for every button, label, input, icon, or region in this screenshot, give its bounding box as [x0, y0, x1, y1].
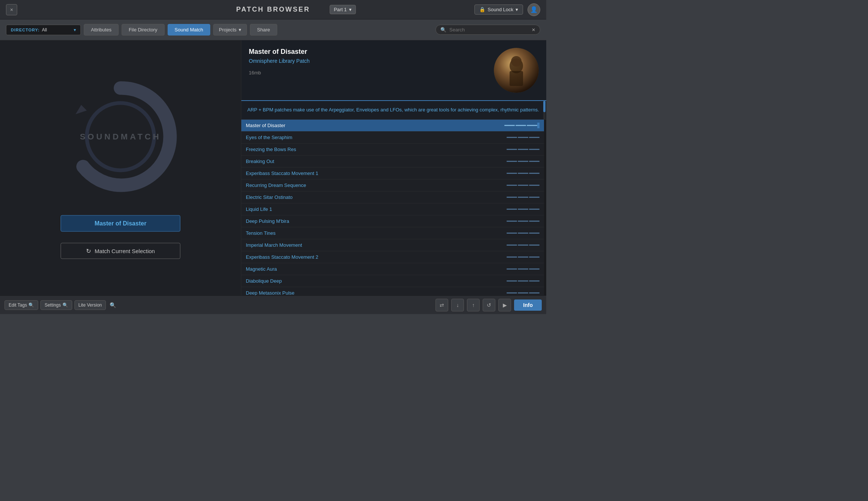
result-item[interactable]: Magnetic Aura: [241, 263, 544, 275]
result-item[interactable]: Experibass Staccato Movement 2: [241, 251, 544, 263]
bar-line: [529, 256, 540, 258]
result-item[interactable]: Imperial March Movement: [241, 239, 544, 251]
play-button[interactable]: ▶: [498, 299, 511, 311]
result-item-name: Experibass Staccato Movement 1: [246, 170, 507, 176]
match-current-button[interactable]: ↻ Match Current Selection: [61, 243, 180, 259]
main-content: SOUNDMATCH Master of Disaster ↻ Match Cu…: [0, 40, 546, 295]
patch-details: Master of Disaster Omnisphere Library Pa…: [249, 48, 488, 93]
result-item[interactable]: Eyes of the Seraphim: [241, 132, 544, 144]
result-item-name: Liquid Life 1: [246, 206, 507, 212]
patch-info-panel: Master of Disaster Omnisphere Library Pa…: [241, 40, 546, 101]
bar-line: [529, 280, 540, 282]
info-button[interactable]: Info: [514, 299, 542, 311]
tab-share[interactable]: Share: [250, 24, 277, 36]
tab-projects[interactable]: Projects ▾: [213, 24, 247, 36]
soundmatch-label: SOUNDMATCH: [80, 132, 161, 142]
tab-attributes[interactable]: Attributes: [84, 24, 119, 36]
result-item-name: Master of Disaster: [246, 123, 504, 128]
bar-line: [504, 125, 515, 126]
zoom-icon[interactable]: 🔍: [108, 301, 117, 310]
bar-line: [529, 292, 540, 293]
part-selector[interactable]: Part 1 ▾: [330, 5, 356, 14]
up-icon: ↑: [472, 302, 475, 308]
current-patch-button[interactable]: Master of Disaster: [61, 215, 180, 232]
bar-line: [507, 268, 517, 270]
chevron-down-icon-soundlock: ▾: [516, 7, 518, 12]
result-item[interactable]: Breaking Out: [241, 156, 544, 167]
bar-line: [507, 280, 517, 282]
bar-line: [507, 197, 517, 198]
sound-lock-button[interactable]: 🔒 Sound Lock ▾: [474, 4, 523, 15]
bar-line: [507, 161, 517, 162]
tab-file-directory[interactable]: File Directory: [122, 24, 165, 36]
lite-version-button[interactable]: Lite Version: [74, 300, 106, 310]
bar-line: [529, 137, 540, 138]
result-bars: [507, 245, 540, 246]
toolbar: DIRECTORY: All ▾ Attributes File Directo…: [0, 19, 546, 40]
bar-line: [529, 149, 540, 150]
result-item[interactable]: Tension Tines: [241, 227, 544, 239]
result-bars: [507, 185, 540, 186]
results-scrollbar-track[interactable]: [544, 120, 546, 295]
result-item[interactable]: Freezing the Bows Res: [241, 144, 544, 156]
refresh-button[interactable]: ↺: [483, 299, 495, 311]
settings-button[interactable]: Settings 🔍: [40, 300, 72, 310]
search-input[interactable]: [449, 27, 529, 33]
title-bar: × PATCH BROWSER Part 1 ▾ 🔒 Sound Lock ▾ …: [0, 0, 546, 19]
directory-selector[interactable]: DIRECTORY: All ▾: [6, 25, 81, 35]
result-item[interactable]: Electric Sitar Ostinato: [241, 191, 544, 203]
bar-line: [527, 125, 537, 126]
tab-sound-match[interactable]: Sound Match: [168, 24, 211, 36]
result-item[interactable]: Deep Metasonix Pulse: [241, 287, 544, 295]
result-item-name: Tension Tines: [246, 230, 507, 236]
bar-line: [507, 256, 517, 258]
refresh-transport-icon: ↺: [487, 302, 491, 308]
title-right: 🔒 Sound Lock ▾ 👤: [474, 3, 540, 16]
shuffle-icon: ⇄: [440, 302, 444, 308]
close-button[interactable]: ×: [6, 4, 17, 15]
user-avatar[interactable]: 👤: [528, 3, 540, 16]
result-item[interactable]: Diabolique Deep: [241, 275, 544, 287]
bar-line: [529, 173, 540, 174]
edit-tags-button[interactable]: Edit Tags 🔍: [4, 300, 38, 310]
shuffle-button[interactable]: ⇄: [435, 299, 448, 311]
patch-thumbnail: [494, 48, 539, 93]
search-box: 🔍 ✕: [435, 25, 540, 35]
bar-line: [529, 268, 540, 270]
bar-line: [507, 209, 517, 210]
result-item-name: Eyes of the Seraphim: [246, 135, 507, 140]
results-list[interactable]: Master of DisasterEyes of the SeraphimFr…: [241, 120, 544, 295]
next-button[interactable]: ↑: [467, 299, 480, 311]
zoom-in-icon: 🔍: [28, 302, 34, 308]
bar-line: [529, 245, 540, 246]
result-bars: [507, 173, 540, 174]
bar-line: [518, 161, 528, 162]
result-item[interactable]: Master of Disaster: [241, 120, 544, 132]
result-item-name: Imperial March Movement: [246, 242, 507, 248]
result-item[interactable]: Liquid Life 1: [241, 203, 544, 215]
search-clear-icon[interactable]: ✕: [532, 27, 535, 33]
bar-line: [507, 233, 517, 234]
refresh-icon: ↻: [86, 248, 91, 255]
result-bars: [507, 280, 540, 282]
patch-thumb-image: [494, 48, 539, 93]
bar-line: [507, 173, 517, 174]
prev-button[interactable]: ↓: [451, 299, 464, 311]
bar-line: [518, 256, 528, 258]
bar-line: [507, 149, 517, 150]
result-item-name: Deep Pulsing M'bira: [246, 218, 507, 224]
desc-scrollbar-thumb: [543, 101, 545, 112]
bar-line: [507, 292, 517, 293]
desc-scrollbar[interactable]: [543, 101, 545, 119]
result-item[interactable]: Recurring Dream Sequence: [241, 179, 544, 191]
result-item[interactable]: Experibass Staccato Movement 1: [241, 167, 544, 179]
settings-zoom-icon: 🔍: [62, 302, 68, 308]
patch-type: Omnisphere Library Patch: [249, 58, 488, 64]
bar-line: [529, 233, 540, 234]
search-icon: 🔍: [440, 27, 446, 33]
svg-rect-3: [510, 71, 523, 86]
bar-line: [518, 209, 528, 210]
result-item[interactable]: Deep Pulsing M'bira: [241, 215, 544, 227]
bar-line: [518, 149, 528, 150]
bar-line: [507, 245, 517, 246]
